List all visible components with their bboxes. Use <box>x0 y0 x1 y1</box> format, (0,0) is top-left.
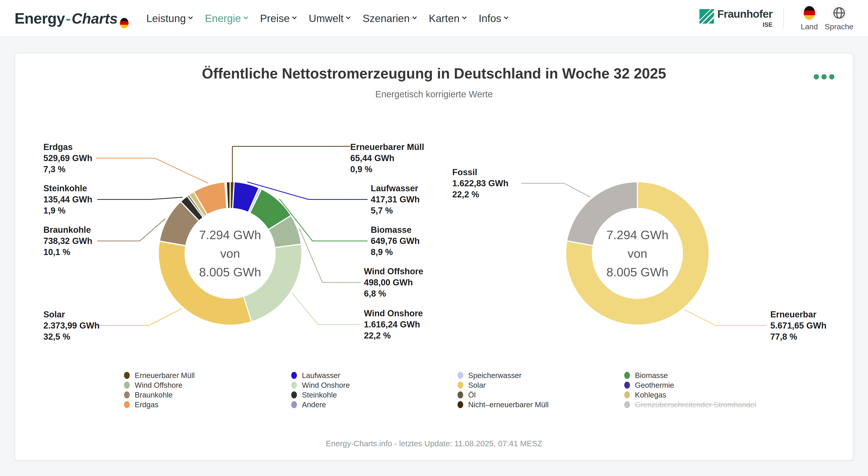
legend-swatch <box>624 382 630 389</box>
legend-item-label: Erdgas <box>135 401 159 409</box>
legend-item-label: Braunkohle <box>135 391 173 399</box>
land-button[interactable]: Land <box>801 5 818 31</box>
legend-item-biomasse[interactable]: Biomasse <box>624 371 756 380</box>
legend-item-braunkohle[interactable]: Braunkohle <box>124 390 291 400</box>
legend-item-erneuerbarer-müll[interactable]: Erneuerbarer Müll <box>124 371 291 380</box>
segment-label-name: Wind Offshore <box>364 266 423 277</box>
logo-text-italic: Charts <box>71 10 118 27</box>
segment-label-name: Solar <box>43 309 99 320</box>
segment-label-value: 2.373,99 GWh <box>43 320 99 331</box>
fraunhofer-institute: ISE <box>763 21 773 28</box>
nav-item-label: Umwelt <box>309 12 343 25</box>
legend-swatch <box>124 372 130 379</box>
legend-item-solar[interactable]: Solar <box>458 380 624 390</box>
segment-label-value: 417,31 GWh <box>371 194 420 205</box>
segment-label-erdgas: Erdgas529,69 GWh7,3 % <box>43 142 92 175</box>
legend-item-wind-offshore[interactable]: Wind Offshore <box>124 380 291 390</box>
legend-item-grenzüberschreitender-stromhandel[interactable]: Grenzüberschreitender Stromhandel <box>624 400 756 410</box>
segment-label-percent: 22,2 % <box>364 330 423 341</box>
segment-label-percent: 10,1 % <box>43 247 92 258</box>
chevron-down-icon <box>412 15 417 19</box>
legend-item-kohlegas[interactable]: Kohlegas <box>624 390 756 400</box>
segment-label-percent: 0,9 % <box>350 164 424 175</box>
segment-label-value: 649,76 GWh <box>371 236 420 247</box>
fraunhofer-brand: Fraunhofer <box>717 8 772 20</box>
three-dots-icon[interactable] <box>814 74 834 79</box>
legend-item-label: Grenzüberschreitender Stromhandel <box>635 401 756 409</box>
callout-line-erneuerbarer-müll <box>232 146 350 182</box>
nav-item-szenarien[interactable]: Szenarien <box>363 12 416 25</box>
legend-swatch <box>624 372 630 379</box>
nav-item-infos[interactable]: Infos <box>478 12 508 25</box>
nav-item-umwelt[interactable]: Umwelt <box>309 12 350 25</box>
segment-label-name: Wind Onshore <box>364 308 423 319</box>
german-flag-icon <box>804 6 815 20</box>
callout-line-fossil <box>521 183 590 197</box>
segment-label-name: Laufwasser <box>371 183 420 194</box>
nav-item-label: Karten <box>429 12 460 25</box>
legend-item-label: Wind Onshore <box>302 381 350 389</box>
segment-label-biomasse: Biomasse649,76 GWh8,9 % <box>371 225 420 258</box>
legend-item-label: Solar <box>468 381 486 389</box>
legend-item-label: Kohlegas <box>635 391 666 399</box>
chevron-down-icon <box>346 15 350 19</box>
sprache-button[interactable]: Sprache <box>825 5 854 31</box>
segment-label-percent: 8,9 % <box>371 247 420 258</box>
segment-label-name: Fossil <box>452 167 508 178</box>
segment-label-wind-onshore: Wind Onshore1.616,24 GWh22,2 % <box>364 308 423 341</box>
legend-column: Erneuerbarer MüllWind OffshoreBraunkohle… <box>124 371 291 410</box>
segment-label-value: 529,69 GWh <box>43 153 92 164</box>
legend-swatch <box>291 382 297 389</box>
legend-item-laufwasser[interactable]: Laufwasser <box>291 371 458 380</box>
segment-label-erneuerbar: Erneuerbar5.671,65 GWh77,8 % <box>770 309 827 342</box>
legend-item-wind-onshore[interactable]: Wind Onshore <box>291 380 458 390</box>
fraunhofer-logo-icon <box>700 9 714 24</box>
donut-charts-svg <box>15 108 854 371</box>
segment-label-braunkohle: Braunkohle738,32 GWh10,1 % <box>43 225 92 258</box>
chart-area: Erneuerbarer Müll65,44 GWh0,9 %Laufwasse… <box>15 108 854 371</box>
segment-label-value: 135,44 GWh <box>43 194 92 205</box>
segment-label-value: 1.622,83 GWh <box>452 178 508 189</box>
german-flag-icon <box>120 18 129 28</box>
legend-column: LaufwasserWind OnshoreSteinkohleAndere <box>291 371 458 410</box>
callout-line-braunkohle <box>97 219 165 241</box>
update-status-text: Energy-Charts.info - letztes Update: 11.… <box>15 439 853 448</box>
segment-label-name: Biomasse <box>371 225 420 236</box>
nav-item-label: Preise <box>260 12 290 25</box>
page: Energy-Charts LeistungEnergiePreiseUmwel… <box>0 0 868 476</box>
legend-item-steinkohle[interactable]: Steinkohle <box>291 390 458 400</box>
chart-card: Öffentliche Nettostromerzeugung in Deuts… <box>14 53 854 461</box>
chevron-down-icon <box>462 15 467 19</box>
site-logo[interactable]: Energy-Charts <box>14 9 129 27</box>
legend-item-speicherwasser[interactable]: Speicherwasser <box>458 371 624 380</box>
nav-item-energie[interactable]: Energie <box>205 12 247 25</box>
chart-subtitle: Energetisch korrigierte Werte <box>15 89 853 99</box>
segment-label-erneuerbarer-müll: Erneuerbarer Müll65,44 GWh0,9 % <box>350 142 424 175</box>
chevron-down-icon <box>504 15 508 19</box>
segment-label-value: 5.671,65 GWh <box>770 320 827 331</box>
legend-swatch <box>291 401 297 408</box>
segment-label-value: 1.616,24 GWh <box>364 319 423 330</box>
nav-item-leistung[interactable]: Leistung <box>146 12 192 25</box>
legend-item-öl[interactable]: Öl <box>458 390 624 400</box>
logo-hyphen: - <box>66 9 71 27</box>
legend-swatch <box>291 392 297 399</box>
nav-item-preise[interactable]: Preise <box>260 12 296 25</box>
chart-title: Öffentliche Nettostromerzeugung in Deuts… <box>15 65 853 82</box>
legend-item-nicht-erneuerbarer-müll[interactable]: Nicht–erneuerbarer Müll <box>458 400 624 410</box>
nav-item-karten[interactable]: Karten <box>429 12 466 25</box>
segment-label-name: Erdgas <box>43 142 92 153</box>
segment-label-name: Braunkohle <box>43 225 92 236</box>
land-label: Land <box>801 22 818 31</box>
segment-label-percent: 1,9 % <box>43 205 92 216</box>
segment-label-percent: 32,5 % <box>43 331 99 342</box>
segment-label-name: Steinkohle <box>43 183 92 194</box>
header-right: Fraunhofer ISE Land Sprache <box>700 5 854 31</box>
fraunhofer-logo[interactable]: Fraunhofer ISE <box>700 8 772 28</box>
legend-swatch <box>458 382 463 389</box>
legend-item-andere[interactable]: Andere <box>291 400 458 410</box>
legend-item-geothermie[interactable]: Geothermie <box>624 380 756 390</box>
globe-icon <box>833 7 845 19</box>
legend-item-label: Nicht–erneuerbarer Müll <box>468 401 549 409</box>
legend-item-erdgas[interactable]: Erdgas <box>124 400 291 410</box>
